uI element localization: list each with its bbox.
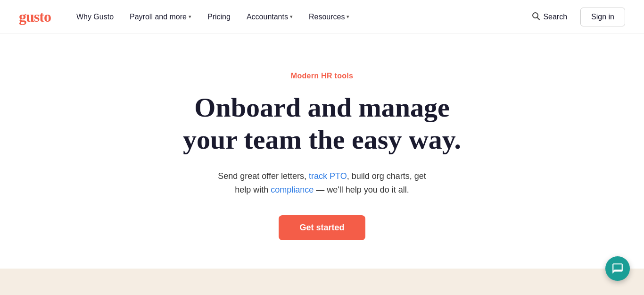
- search-label: Search: [543, 13, 567, 21]
- nav-label-resources: Resources: [309, 13, 345, 21]
- nav-label-why-gusto: Why Gusto: [76, 13, 114, 21]
- nav-label-accountants: Accountants: [247, 13, 288, 21]
- search-icon: [532, 12, 540, 22]
- hero-subtitle: Send great offer letters, track PTO, bui…: [209, 169, 435, 197]
- hero-eyebrow: Modern HR tools: [291, 72, 354, 80]
- get-started-button[interactable]: Get started: [279, 215, 365, 240]
- nav-link-resources[interactable]: Resources ▾: [302, 9, 356, 25]
- logo[interactable]: gusto: [19, 8, 51, 25]
- hero-section: Modern HR tools Onboard and manage your …: [0, 34, 644, 269]
- subtitle-highlight-compliance: compliance: [271, 185, 314, 194]
- nav-link-accountants[interactable]: Accountants ▾: [240, 9, 299, 25]
- svg-line-1: [537, 17, 540, 20]
- search-button[interactable]: Search: [526, 8, 573, 26]
- chat-button[interactable]: [605, 256, 630, 281]
- hero-title: Onboard and manage your team the easy wa…: [176, 92, 468, 156]
- chat-icon: [611, 262, 624, 275]
- subtitle-text-3: — we'll help you do it all.: [314, 185, 409, 194]
- nav-links: Why Gusto Payroll and more ▾ Pricing Acc…: [70, 9, 526, 25]
- subtitle-highlight-pto: track PTO: [309, 171, 347, 181]
- nav-label-pricing: Pricing: [207, 13, 231, 21]
- nav-label-payroll: Payroll and more: [130, 13, 187, 21]
- subtitle-text-1: Send great offer letters,: [218, 171, 309, 181]
- nav-link-payroll[interactable]: Payroll and more ▾: [123, 9, 198, 25]
- bottom-section: [0, 269, 644, 295]
- nav-right: Search Sign in: [526, 8, 625, 26]
- chevron-down-icon-2: ▾: [290, 14, 293, 20]
- nav-link-pricing[interactable]: Pricing: [201, 9, 237, 25]
- chevron-down-icon-3: ▾: [347, 14, 349, 20]
- nav-link-why-gusto[interactable]: Why Gusto: [70, 9, 120, 25]
- sign-in-button[interactable]: Sign in: [580, 8, 625, 26]
- navbar: gusto Why Gusto Payroll and more ▾ Prici…: [0, 0, 644, 34]
- chevron-down-icon: ▾: [189, 14, 191, 20]
